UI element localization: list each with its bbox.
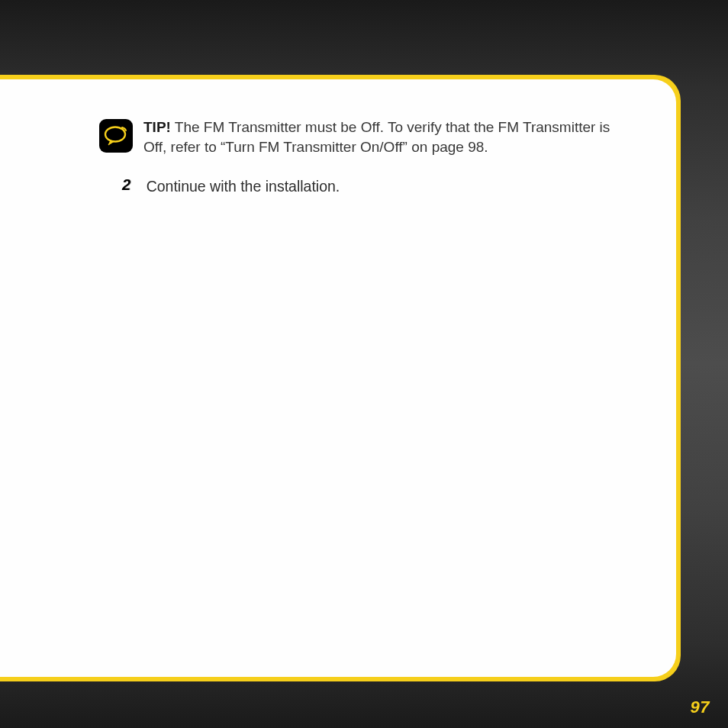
page-number: 97: [691, 697, 710, 717]
svg-point-0: [105, 127, 125, 142]
page-content: TIP! The FM Transmitter must be Off. To …: [0, 79, 676, 677]
tip-callout: TIP! The FM Transmitter must be Off. To …: [99, 118, 634, 156]
step-item: 2 Continue with the installation.: [122, 176, 634, 196]
step-number: 2: [122, 176, 131, 194]
tip-body: The FM Transmitter must be Off. To verif…: [143, 119, 610, 155]
speech-bubble-icon: [99, 119, 133, 153]
tip-text: TIP! The FM Transmitter must be Off. To …: [143, 118, 634, 156]
step-text: Continue with the installation.: [147, 176, 340, 196]
page-frame: TIP! The FM Transmitter must be Off. To …: [0, 75, 681, 681]
tip-label: TIP!: [143, 119, 171, 135]
